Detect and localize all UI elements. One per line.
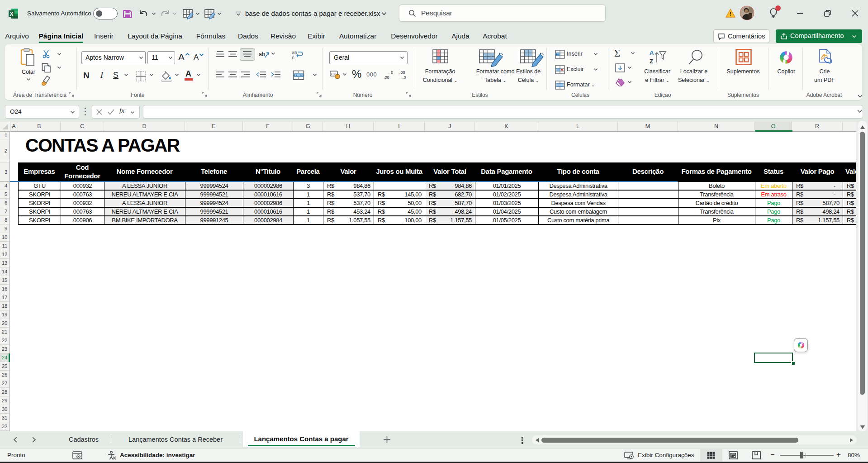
svg-text:X: X [9,11,13,17]
svg-text:.00: .00 [399,70,405,75]
svg-text:A: A [650,49,654,56]
svg-text:Z: Z [650,58,653,65]
svg-text:←0: ←0 [387,70,393,75]
svg-text:c: c [292,55,294,60]
svg-text:ab: ab [259,51,265,57]
svg-text:.00: .00 [384,75,389,80]
svg-text:→.0: →.0 [398,75,406,80]
